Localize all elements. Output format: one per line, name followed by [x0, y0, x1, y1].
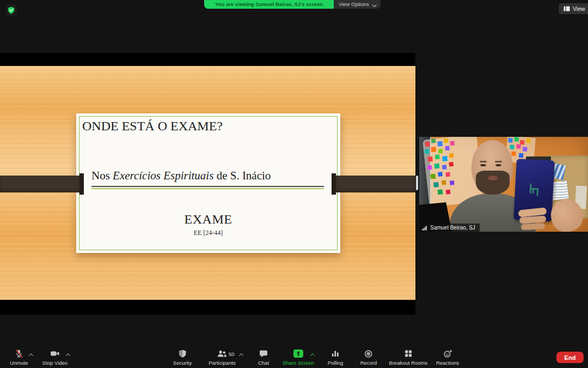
- slide-subtitle-prefix: Nos: [91, 169, 113, 182]
- screen-share-banner: You are viewing Samuel Beirao, SJ's scre…: [204, 0, 381, 9]
- chat-button[interactable]: Chat: [258, 349, 269, 366]
- share-screen-icon: [293, 349, 303, 358]
- record-button[interactable]: Record: [360, 349, 377, 366]
- chat-label: Chat: [258, 360, 269, 366]
- breakout-rooms-label: Breakout Rooms: [389, 360, 428, 366]
- slide-reference: EE [24-44]: [76, 229, 340, 237]
- slide-subtitle-suffix: de S. Inácio: [213, 169, 271, 182]
- participant-beard: [476, 171, 510, 195]
- participant-name: Samuel Beirao, SJ: [430, 225, 475, 231]
- participant-eyebrow: [480, 161, 487, 162]
- participant-eyebrow: [495, 161, 502, 162]
- slide-heading: EXAME: [76, 212, 340, 227]
- scrollbar-thumb[interactable]: [416, 176, 418, 190]
- participant-finger: [521, 223, 546, 230]
- reactions-button[interactable]: Reactions: [436, 349, 459, 366]
- share-screen-label: Share Screen: [283, 360, 314, 366]
- unmute-button[interactable]: Unmute: [10, 349, 28, 366]
- security-shield-icon: [178, 349, 186, 358]
- slide-subtitle-italic: Exercícios Espirituais: [113, 169, 213, 182]
- shield-check-icon: [8, 7, 15, 14]
- participants-count: 50: [229, 351, 235, 357]
- signal-icon: [422, 225, 428, 231]
- slide-underline-green: [91, 188, 324, 189]
- record-label: Record: [360, 360, 377, 366]
- security-label: Security: [173, 360, 192, 366]
- slide-ribbon-left: [0, 176, 80, 192]
- participant-eye: [495, 164, 501, 166]
- end-label: End: [565, 354, 576, 361]
- participant-video-tile[interactable]: Samuel Beirao, SJ: [419, 137, 588, 232]
- polling-label: Polling: [328, 360, 344, 366]
- reactions-label: Reactions: [436, 360, 459, 366]
- end-meeting-button[interactable]: End: [556, 352, 584, 363]
- camera-icon: [50, 349, 60, 358]
- slide-underline-dark: [91, 186, 324, 187]
- participant-mouth: [488, 176, 498, 180]
- view-icon: [564, 6, 570, 11]
- mic-off-icon: [14, 349, 23, 358]
- stop-video-label: Stop Video: [42, 360, 68, 366]
- reactions-icon: [443, 349, 452, 358]
- slide-subtitle: Nos Exercícios Espirituais de S. Inácio: [91, 169, 271, 183]
- slide-ribbon-fold-left: [79, 173, 84, 195]
- participants-icon: [217, 349, 227, 358]
- polling-button[interactable]: Polling: [328, 349, 344, 366]
- participants-options-chevron-up-icon[interactable]: [239, 353, 243, 358]
- participant-eye: [480, 164, 486, 166]
- slide-ribbon-fold-right: [332, 173, 336, 195]
- meeting-info-shield-button[interactable]: [5, 4, 17, 16]
- participants-label: Participants: [209, 360, 236, 366]
- book-cover-glyph: [528, 182, 541, 197]
- chat-icon: [259, 349, 268, 358]
- security-button[interactable]: Security: [173, 349, 192, 366]
- participant-name-tag: Samuel Beirao, SJ: [419, 224, 480, 232]
- slide-card: ONDE ESTÁ O EXAME? Nos Exercícios Espiri…: [76, 113, 340, 253]
- record-icon: [364, 349, 373, 358]
- shared-screen-view: ONDE ESTÁ O EXAME? Nos Exercícios Espiri…: [0, 53, 415, 315]
- polling-icon: [331, 349, 340, 358]
- stop-video-button[interactable]: Stop Video: [42, 349, 68, 366]
- view-button[interactable]: View: [559, 3, 588, 14]
- share-screen-button[interactable]: Share Screen: [283, 349, 314, 366]
- breakout-rooms-button[interactable]: Breakout Rooms: [389, 349, 428, 366]
- slide-ribbon-right: [335, 176, 415, 192]
- unmute-options-chevron-up-icon[interactable]: [29, 353, 33, 358]
- view-options-label: View Options: [339, 0, 369, 9]
- view-button-label: View: [573, 5, 585, 12]
- unmute-label: Unmute: [10, 360, 28, 366]
- chevron-down-icon: [372, 2, 376, 7]
- breakout-rooms-icon: [404, 349, 412, 358]
- view-options-button[interactable]: View Options: [334, 0, 381, 9]
- viewing-status-text: You are viewing Samuel Beirao, SJ's scre…: [204, 0, 334, 9]
- slide-title: ONDE ESTÁ O EXAME?: [82, 119, 223, 134]
